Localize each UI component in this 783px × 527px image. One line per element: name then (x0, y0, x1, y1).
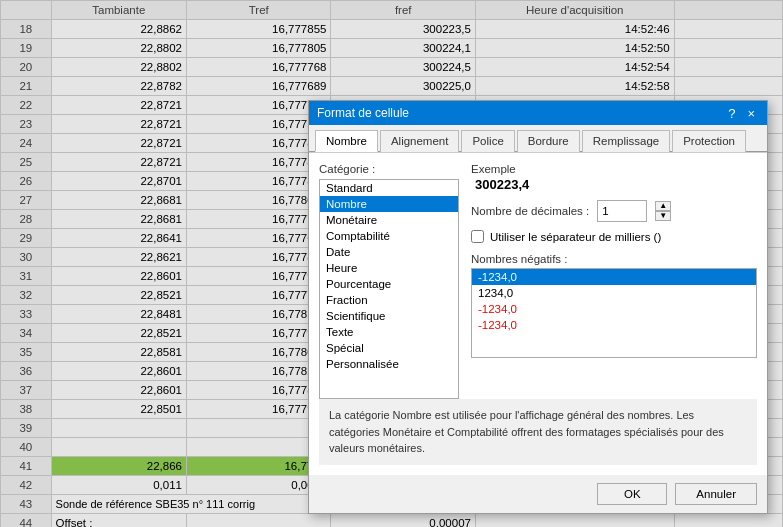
tab-nombre[interactable]: Nombre (315, 130, 378, 152)
cat-heure[interactable]: Heure (320, 260, 458, 276)
decimal-spinner: ▲ ▼ (655, 201, 671, 221)
dialog-help-button[interactable]: ? (724, 107, 739, 120)
category-label: Catégorie : (319, 163, 459, 175)
ok-button[interactable]: OK (597, 483, 667, 505)
dialog-footer: OK Annuler (309, 475, 767, 513)
neg-label: Nombres négatifs : (471, 253, 757, 265)
cancel-button[interactable]: Annuler (675, 483, 757, 505)
dialog-tabs: Nombre Alignement Police Bordure Remplis… (309, 125, 767, 152)
description-box: La catégorie Nombre est utilisée pour l'… (319, 399, 757, 465)
decimal-row: Nombre de décimales : ▲ ▼ (471, 200, 757, 222)
cat-date[interactable]: Date (320, 244, 458, 260)
category-list[interactable]: Standard Nombre Monétaire Comptabilité D… (319, 179, 459, 399)
neg-item-2[interactable]: -1234,0 (472, 301, 756, 317)
cat-personnalisee[interactable]: Personnalisée (320, 356, 458, 372)
decimal-down-button[interactable]: ▼ (655, 211, 671, 221)
tab-police[interactable]: Police (461, 130, 514, 152)
tab-protection[interactable]: Protection (672, 130, 746, 152)
cat-pourcentage[interactable]: Pourcentage (320, 276, 458, 292)
cat-scientifique[interactable]: Scientifique (320, 308, 458, 324)
format-cellule-dialog: Format de cellule ? × Nombre Alignement … (308, 100, 768, 514)
cat-special[interactable]: Spécial (320, 340, 458, 356)
cat-fraction[interactable]: Fraction (320, 292, 458, 308)
neg-item-0[interactable]: -1234,0 (472, 269, 756, 285)
cat-standard[interactable]: Standard (320, 180, 458, 196)
separator-row: Utiliser le séparateur de milliers () (471, 230, 757, 243)
example-label: Exemple (471, 163, 757, 175)
right-panel: Exemple 300223,4 Nombre de décimales : ▲… (471, 163, 757, 399)
example-section: Exemple 300223,4 (471, 163, 757, 192)
decimal-label: Nombre de décimales : (471, 205, 589, 217)
decimal-up-button[interactable]: ▲ (655, 201, 671, 211)
decimal-input[interactable] (597, 200, 647, 222)
dialog-titlebar: Format de cellule ? × (309, 101, 767, 125)
tab-bordure[interactable]: Bordure (517, 130, 580, 152)
separator-checkbox[interactable] (471, 230, 484, 243)
dialog-close-button[interactable]: × (743, 107, 759, 120)
dialog-title: Format de cellule (317, 106, 409, 120)
dialog-body: Catégorie : Standard Nombre Monétaire Co… (309, 152, 767, 475)
cat-comptabilite[interactable]: Comptabilité (320, 228, 458, 244)
neg-section: Nombres négatifs : -1234,0 1234,0 -1234,… (471, 253, 757, 358)
dialog-main-content: Catégorie : Standard Nombre Monétaire Co… (319, 163, 757, 399)
cat-nombre[interactable]: Nombre (320, 196, 458, 212)
spreadsheet: Tambiante Tref fref Heure d'acquisition … (0, 0, 783, 527)
dialog-title-buttons: ? × (724, 107, 759, 120)
neg-item-1[interactable]: 1234,0 (472, 285, 756, 301)
neg-item-3[interactable]: -1234,0 (472, 317, 756, 333)
separator-label: Utiliser le séparateur de milliers () (490, 231, 661, 243)
tab-remplissage[interactable]: Remplissage (582, 130, 670, 152)
tab-alignement[interactable]: Alignement (380, 130, 460, 152)
example-value: 300223,4 (475, 177, 757, 192)
cat-texte[interactable]: Texte (320, 324, 458, 340)
cat-monetaire[interactable]: Monétaire (320, 212, 458, 228)
category-section: Catégorie : Standard Nombre Monétaire Co… (319, 163, 459, 399)
neg-list[interactable]: -1234,0 1234,0 -1234,0 -1234,0 (471, 268, 757, 358)
